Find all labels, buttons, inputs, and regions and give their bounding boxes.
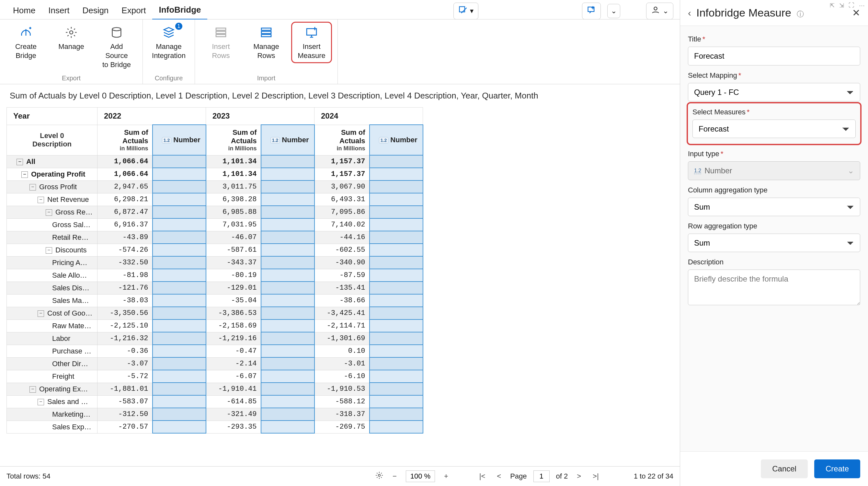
number-cell[interactable] bbox=[370, 206, 423, 218]
zoom-input[interactable] bbox=[406, 470, 435, 482]
row-label[interactable]: −All bbox=[7, 155, 97, 168]
create-button[interactable]: Create bbox=[814, 459, 860, 478]
number-cell[interactable] bbox=[153, 370, 206, 383]
number-cell[interactable] bbox=[370, 421, 423, 433]
collapse-icon[interactable]: − bbox=[37, 310, 44, 317]
number-cell[interactable] bbox=[370, 395, 423, 408]
year-col-header[interactable]: 2024 bbox=[314, 108, 423, 125]
number-cell[interactable] bbox=[261, 206, 314, 218]
first-page-button[interactable]: |< bbox=[477, 472, 488, 481]
sum-col-header[interactable]: Sum ofActualsin Millions bbox=[319, 128, 365, 152]
sum-col-header[interactable]: Sum ofActualsin Millions bbox=[101, 128, 148, 152]
add-source-button[interactable]: Add Source to Bridge bbox=[97, 23, 136, 71]
number-cell[interactable] bbox=[153, 281, 206, 294]
number-cell[interactable] bbox=[153, 294, 206, 307]
cancel-button[interactable]: Cancel bbox=[761, 459, 808, 478]
number-cell[interactable] bbox=[370, 180, 423, 193]
filter-icon[interactable]: ⇲ bbox=[839, 2, 844, 9]
row-label[interactable]: −Cost of Goo… bbox=[7, 307, 97, 320]
number-cell[interactable] bbox=[261, 294, 314, 307]
number-cell[interactable] bbox=[153, 231, 206, 244]
number-cell[interactable] bbox=[261, 168, 314, 180]
number-cell[interactable] bbox=[153, 256, 206, 269]
number-cell[interactable] bbox=[153, 395, 206, 408]
number-cell[interactable] bbox=[370, 256, 423, 269]
row-label[interactable]: −Net Revenue bbox=[7, 193, 97, 206]
number-cell[interactable] bbox=[153, 218, 206, 231]
collapse-icon[interactable]: − bbox=[46, 247, 52, 254]
year-col-header[interactable]: 2023 bbox=[206, 108, 314, 125]
collapse-icon[interactable]: − bbox=[29, 386, 36, 393]
feedback-dropdown[interactable]: ⌄ bbox=[607, 4, 620, 18]
expand-icon[interactable]: ⛶ bbox=[848, 2, 855, 9]
row-label[interactable]: Sales Ma… bbox=[7, 294, 97, 307]
number-cell[interactable] bbox=[261, 421, 314, 433]
number-cell[interactable] bbox=[261, 269, 314, 281]
row-label[interactable]: Pricing A… bbox=[7, 256, 97, 269]
number-cell[interactable] bbox=[370, 193, 423, 206]
row-label[interactable]: −Operating Profit bbox=[7, 168, 97, 180]
info-icon[interactable]: ⓘ bbox=[797, 10, 804, 18]
collapse-icon[interactable]: − bbox=[29, 184, 36, 190]
mapping-select[interactable]: Query 1 - FC bbox=[688, 83, 860, 101]
number-cell[interactable] bbox=[370, 244, 423, 256]
number-cell[interactable] bbox=[370, 320, 423, 332]
number-cell[interactable] bbox=[261, 256, 314, 269]
next-page-button[interactable]: > bbox=[574, 472, 584, 481]
number-cell[interactable] bbox=[261, 395, 314, 408]
collapse-icon[interactable]: − bbox=[46, 209, 52, 216]
collapse-icon[interactable]: − bbox=[37, 399, 44, 405]
zoom-in-button[interactable]: + bbox=[441, 472, 451, 481]
collapse-icon[interactable]: − bbox=[21, 172, 28, 178]
tab-infobridge[interactable]: InfoBridge bbox=[152, 2, 207, 20]
manage-integration-button[interactable]: 1 Manage Integration bbox=[149, 23, 188, 62]
number-cell[interactable] bbox=[370, 269, 423, 281]
number-cell[interactable] bbox=[370, 357, 423, 370]
number-cell[interactable] bbox=[261, 332, 314, 345]
number-cell[interactable] bbox=[370, 383, 423, 395]
row-label[interactable]: −Discounts bbox=[7, 244, 97, 256]
number-cell[interactable] bbox=[370, 370, 423, 383]
edit-dropdown-button[interactable]: ▾ bbox=[454, 3, 478, 20]
rowagg-select[interactable]: Sum bbox=[688, 234, 860, 252]
number-cell[interactable] bbox=[261, 244, 314, 256]
number-cell[interactable] bbox=[261, 408, 314, 421]
number-cell[interactable] bbox=[370, 408, 423, 421]
row-label[interactable]: Purchase … bbox=[7, 345, 97, 357]
number-cell[interactable] bbox=[153, 206, 206, 218]
colagg-select[interactable]: Sum bbox=[688, 198, 860, 216]
row-label[interactable]: Freight bbox=[7, 370, 97, 383]
row-label[interactable]: Other Dir… bbox=[7, 357, 97, 370]
row-label[interactable]: Labor bbox=[7, 332, 97, 345]
tab-home[interactable]: Home bbox=[6, 2, 42, 20]
number-cell[interactable] bbox=[370, 345, 423, 357]
page-input[interactable] bbox=[533, 470, 550, 482]
insert-measure-button[interactable]: Insert Measure bbox=[292, 23, 331, 62]
number-cell[interactable] bbox=[153, 383, 206, 395]
number-cell[interactable] bbox=[261, 357, 314, 370]
back-button[interactable]: ‹ bbox=[688, 7, 691, 19]
number-cell[interactable] bbox=[153, 307, 206, 320]
collapse-icon[interactable]: − bbox=[17, 159, 23, 165]
number-cell[interactable] bbox=[261, 307, 314, 320]
number-col-header[interactable]: 1.2 Number bbox=[261, 125, 314, 155]
number-cell[interactable] bbox=[153, 269, 206, 281]
feedback-button[interactable] bbox=[582, 3, 601, 20]
row-label[interactable]: Gross Sal… bbox=[7, 218, 97, 231]
number-cell[interactable] bbox=[261, 383, 314, 395]
collapse-icon[interactable]: − bbox=[37, 197, 44, 203]
more-icon[interactable]: ⋯ bbox=[859, 2, 865, 9]
number-cell[interactable] bbox=[153, 332, 206, 345]
tab-export[interactable]: Export bbox=[115, 2, 152, 20]
number-cell[interactable] bbox=[370, 281, 423, 294]
description-textarea[interactable] bbox=[688, 270, 860, 305]
manage-button[interactable]: Manage bbox=[52, 23, 91, 53]
number-cell[interactable] bbox=[370, 332, 423, 345]
settings-icon[interactable] bbox=[375, 471, 383, 482]
number-cell[interactable] bbox=[370, 231, 423, 244]
number-cell[interactable] bbox=[261, 218, 314, 231]
title-input[interactable] bbox=[688, 47, 860, 65]
number-cell[interactable] bbox=[153, 320, 206, 332]
row-label[interactable]: Sales Exp… bbox=[7, 421, 97, 433]
row-label[interactable]: −Operating Ex… bbox=[7, 383, 97, 395]
